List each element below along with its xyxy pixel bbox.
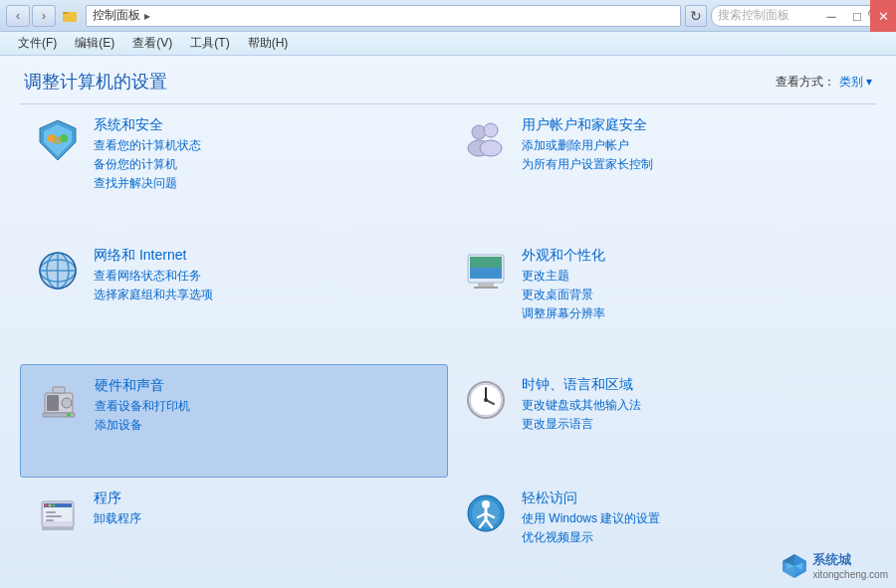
resolution-link[interactable]: 调整屏幕分辨率: [522, 304, 605, 323]
svg-rect-43: [42, 527, 74, 530]
theme-link[interactable]: 更改主题: [522, 267, 605, 286]
svg-rect-20: [478, 283, 494, 287]
panel-user-accounts[interactable]: 用户帐户和家庭安全 添加或删除用户帐户 为所有用户设置家长控制: [448, 104, 876, 235]
svg-rect-1: [63, 12, 69, 14]
breadcrumb-arrow: ▸: [144, 9, 150, 23]
system-security-title[interactable]: 系统和安全: [94, 116, 201, 134]
network-title[interactable]: 网络和 Internet: [94, 247, 213, 265]
parental-control-link[interactable]: 为所有用户设置家长控制: [522, 155, 653, 174]
user-accounts-text: 用户帐户和家庭安全 添加或删除用户帐户 为所有用户设置家长控制: [522, 116, 653, 174]
menu-view[interactable]: 查看(V): [124, 33, 180, 54]
uninstall-link[interactable]: 卸载程序: [94, 509, 141, 528]
breadcrumb-label: 控制面板: [93, 7, 140, 24]
user-accounts-title[interactable]: 用户帐户和家庭安全: [522, 116, 653, 134]
appearance-icon: [462, 247, 510, 294]
view-label: 查看方式：: [776, 74, 835, 91]
window-controls: ─ □ ✕: [818, 0, 896, 32]
svg-point-10: [480, 140, 502, 156]
svg-rect-6: [54, 136, 62, 144]
panel-appearance[interactable]: 外观和个性化 更改主题 更改桌面背景 调整屏幕分辨率: [448, 235, 876, 365]
svg-point-38: [49, 503, 52, 506]
page-title: 调整计算机的设置: [24, 70, 167, 94]
watermark-name: 系统城: [812, 551, 888, 569]
clock-language-title[interactable]: 时钟、语言和区域: [522, 376, 641, 394]
troubleshoot-link[interactable]: 查找并解决问题: [94, 174, 201, 193]
menu-help[interactable]: 帮助(H): [240, 33, 297, 54]
system-status-link[interactable]: 查看您的计算机状态: [94, 136, 201, 155]
programs-text: 程序 卸载程序: [94, 490, 141, 528]
svg-point-33: [484, 398, 488, 402]
network-status-link[interactable]: 查看网络状态和任务: [94, 267, 213, 286]
back-button[interactable]: ‹: [6, 5, 30, 27]
system-security-text: 系统和安全 查看您的计算机状态 备份您的计算机 查找并解决问题: [94, 116, 201, 194]
panel-programs[interactable]: 程序 卸载程序: [20, 478, 448, 588]
add-user-link[interactable]: 添加或删除用户帐户: [522, 136, 653, 155]
svg-rect-42: [46, 519, 54, 521]
nav-buttons: ‹ ›: [6, 5, 56, 27]
network-icon: [34, 247, 82, 294]
search-placeholder: 搜索控制面板: [718, 7, 789, 24]
windows-recommend-link[interactable]: 使用 Windows 建议的设置: [522, 509, 660, 528]
system-security-links: 查看您的计算机状态 备份您的计算机 查找并解决问题: [94, 136, 201, 194]
menu-edit[interactable]: 编辑(E): [67, 33, 122, 54]
control-panel-grid: 系统和安全 查看您的计算机状态 备份您的计算机 查找并解决问题 用户帐户和家: [0, 104, 896, 588]
svg-point-37: [45, 503, 48, 506]
appearance-text: 外观和个性化 更改主题 更改桌面背景 调整屏幕分辨率: [522, 247, 605, 324]
svg-point-25: [62, 398, 72, 408]
ease-access-links: 使用 Windows 建议的设置 优化视频显示: [522, 509, 660, 547]
network-links: 查看网络状态和任务 选择家庭组和共享选项: [94, 267, 213, 304]
watermark-url: xitongcheng.com: [812, 569, 888, 580]
panel-hardware[interactable]: 硬件和声音 查看设备和打印机 添加设备: [20, 364, 448, 477]
close-button[interactable]: ✕: [870, 0, 896, 32]
svg-rect-41: [46, 515, 62, 517]
hardware-text: 硬件和声音 查看设备和打印机 添加设备: [95, 377, 190, 435]
menu-tools[interactable]: 工具(T): [182, 33, 237, 54]
watermark-logo: [781, 552, 808, 580]
clock-language-text: 时钟、语言和区域 更改键盘或其他输入法 更改显示语言: [522, 376, 641, 434]
minimize-button[interactable]: ─: [818, 0, 844, 32]
panel-clock-language[interactable]: 时钟、语言和区域 更改键盘或其他输入法 更改显示语言: [448, 364, 876, 477]
breadcrumb[interactable]: 调整计算机的设置 控制面板 ▸: [86, 5, 681, 27]
menu-bar: 文件(F) 编辑(E) 查看(V) 工具(T) 帮助(H): [0, 32, 896, 56]
appearance-links: 更改主题 更改桌面背景 调整屏幕分辨率: [522, 267, 605, 324]
svg-point-9: [484, 123, 498, 137]
watermark-text-block: 系统城 xitongcheng.com: [812, 551, 888, 580]
ease-access-title[interactable]: 轻松访问: [522, 490, 660, 507]
watermark: 系统城 xitongcheng.com: [781, 551, 888, 580]
network-text: 网络和 Internet 查看网络状态和任务 选择家庭组和共享选项: [94, 247, 213, 304]
video-optimize-link[interactable]: 优化视频显示: [522, 528, 660, 547]
refresh-button[interactable]: ↻: [685, 5, 707, 27]
address-bar-container: 调整计算机的设置 控制面板 ▸ ↻ 搜索控制面板 🔍: [62, 5, 890, 27]
programs-title[interactable]: 程序: [94, 490, 141, 507]
menu-file[interactable]: 文件(F): [10, 33, 65, 54]
view-mode-button[interactable]: 类别 ▾: [839, 74, 872, 91]
ease-access-text: 轻松访问 使用 Windows 建议的设置 优化视频显示: [522, 490, 660, 547]
svg-rect-36: [44, 503, 72, 507]
display-language-link[interactable]: 更改显示语言: [522, 415, 641, 434]
maximize-button[interactable]: □: [844, 0, 870, 32]
keyboard-input-link[interactable]: 更改键盘或其他输入法: [522, 396, 641, 415]
hardware-links: 查看设备和打印机 添加设备: [95, 397, 190, 435]
main-content: 调整计算机的设置 查看方式： 类别 ▾ 系统和安全 查看您的计算机状态: [0, 56, 896, 588]
view-control: 查看方式： 类别 ▾: [776, 74, 872, 91]
svg-rect-40: [46, 511, 56, 513]
add-device-link[interactable]: 添加设备: [95, 416, 190, 435]
content-header: 调整计算机的设置 查看方式： 类别 ▾: [0, 56, 896, 103]
panel-network[interactable]: 网络和 Internet 查看网络状态和任务 选择家庭组和共享选项: [20, 235, 448, 365]
hardware-title[interactable]: 硬件和声音: [95, 377, 190, 395]
programs-icon: [34, 490, 82, 537]
svg-rect-26: [53, 387, 65, 393]
svg-rect-19: [470, 257, 502, 268]
devices-printers-link[interactable]: 查看设备和打印机: [95, 397, 190, 416]
forward-button[interactable]: ›: [32, 5, 56, 27]
title-bar: ‹ › 调整计算机的设置 控制面板 ▸ ↻ 搜索控制面板 🔍 ─ □ ✕: [0, 0, 896, 32]
system-security-icon: [34, 116, 82, 164]
folder-icon: [62, 8, 78, 24]
user-accounts-icon: [462, 116, 510, 164]
homegroup-link[interactable]: 选择家庭组和共享选项: [94, 286, 213, 304]
wallpaper-link[interactable]: 更改桌面背景: [522, 286, 605, 304]
backup-link[interactable]: 备份您的计算机: [94, 155, 201, 174]
hardware-icon: [35, 377, 83, 425]
panel-system-security[interactable]: 系统和安全 查看您的计算机状态 备份您的计算机 查找并解决问题: [20, 104, 448, 235]
appearance-title[interactable]: 外观和个性化: [522, 247, 605, 265]
